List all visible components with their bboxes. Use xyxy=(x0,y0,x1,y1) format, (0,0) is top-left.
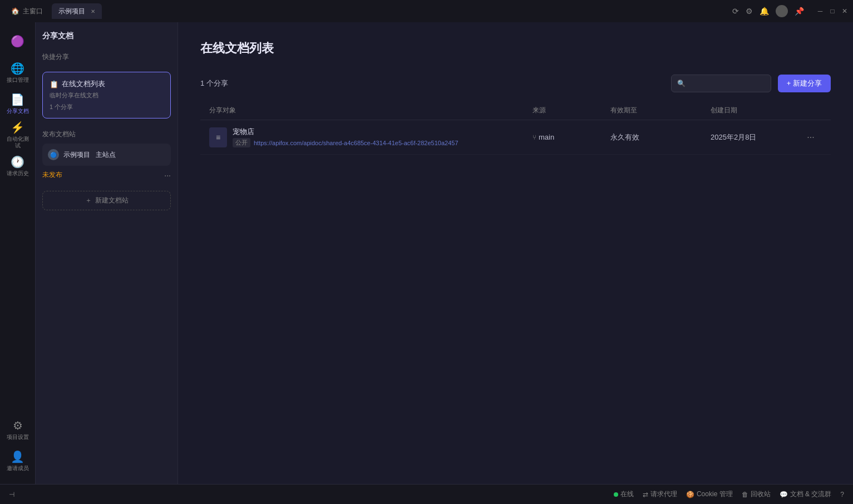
invite-label: 邀请成员 xyxy=(7,465,29,472)
recycle-label: 回收站 xyxy=(751,490,771,499)
share-icon: 📄 xyxy=(11,93,24,106)
icon-sidebar: 🟣 🌐 接口管理 📄 分享文档 ⚡ 自动化测试 🕐 请求历史 ⚙ 项目设置 👤 … xyxy=(0,22,36,484)
main-layout: 🟣 🌐 接口管理 📄 分享文档 ⚡ 自动化测试 🕐 请求历史 ⚙ 项目设置 👤 … xyxy=(0,22,853,484)
proxy-label: 请求代理 xyxy=(650,490,677,499)
doc-file-icon: ≡ xyxy=(209,127,227,147)
doc-list-icon: 📋 xyxy=(50,80,58,88)
proxy-icon: ⇄ xyxy=(643,491,648,498)
new-share-button[interactable]: + 新建分享 xyxy=(778,75,831,92)
doc-site-item[interactable]: 🔵 示例项目 主站点 xyxy=(42,144,171,166)
cookie-label: Cookie 管理 xyxy=(697,490,733,499)
toolbar-row: 1 个分享 🔍 + 新建分享 xyxy=(200,75,831,92)
active-tab[interactable]: 示例项目 ✕ xyxy=(52,3,102,19)
share-count: 1 个分享 xyxy=(200,78,664,88)
row-more-icon: ··· xyxy=(807,132,814,142)
sidebar-item-invite[interactable]: 👤 邀请成员 xyxy=(4,446,31,475)
settings-icon[interactable]: ⚙ xyxy=(746,7,753,16)
sidebar-section-title: 分享文档 xyxy=(42,31,171,41)
sidebar-item-test[interactable]: ⚡ 自动化测试 xyxy=(4,120,31,149)
notification-icon[interactable]: 🔔 xyxy=(760,7,769,16)
home-tab-label: 主窗口 xyxy=(23,7,43,16)
sidebar-app-logo[interactable]: 🟣 xyxy=(4,27,31,56)
window-controls: ─ □ ✕ xyxy=(816,0,849,22)
unpublished-bar: 未发布 ··· xyxy=(42,168,171,182)
share-target-cell: ≡ 宠物店 公开 https://apifox.com/apidoc/share… xyxy=(209,127,532,147)
refresh-icon[interactable]: ⟳ xyxy=(732,7,739,16)
test-label: 自动化测试 xyxy=(4,136,31,149)
unpublished-label: 未发布 xyxy=(42,170,161,180)
help-button[interactable]: ? xyxy=(840,491,844,498)
branch-icon: ⑂ xyxy=(532,134,536,141)
online-dot xyxy=(614,492,618,497)
new-site-label: 新建文档站 xyxy=(95,196,129,205)
status-bar: ⊣ 在线 ⇄ 请求代理 🍪 Cookie 管理 🗑 回收站 💬 文档 & 交流群… xyxy=(0,484,853,504)
app-logo-icon: 🟣 xyxy=(11,34,24,48)
content-area: 在线文档列表 1 个分享 🔍 + 新建分享 分享对象 来源 有效期至 创建日期 xyxy=(178,22,853,484)
online-status[interactable]: 在线 xyxy=(614,490,634,499)
new-site-button[interactable]: ＋ 新建文档站 xyxy=(42,191,171,210)
doc-site-icon: 🔵 xyxy=(48,149,59,160)
more-options-button[interactable]: ··· xyxy=(164,171,171,180)
collapse-icon: ⊣ xyxy=(9,491,14,498)
share-url-row: 公开 https://apifox.com/apidoc/shared-a4c6… xyxy=(233,138,458,147)
status-right: 在线 ⇄ 请求代理 🍪 Cookie 管理 🗑 回收站 💬 文档 & 交流群 ? xyxy=(614,490,844,499)
community-status[interactable]: 💬 文档 & 交流群 xyxy=(780,490,832,499)
online-docs-card[interactable]: 📋 在线文档列表 临时分享在线文档 1 个分享 xyxy=(42,72,171,118)
col-created: 创建日期 xyxy=(711,106,800,115)
share-url[interactable]: https://apifox.com/apidoc/shared-a4c685c… xyxy=(254,140,458,146)
sidebar-item-settings[interactable]: ⚙ 项目设置 xyxy=(4,415,31,444)
sidebar-item-interface[interactable]: 🌐 接口管理 xyxy=(4,58,31,87)
source-cell: ⑂ main xyxy=(532,133,610,141)
pin-icon[interactable]: 📌 xyxy=(795,7,804,16)
titlebar: 🏠 主窗口 示例项目 ✕ ⟳ ⚙ 🔔 📌 ─ □ ✕ xyxy=(0,0,853,22)
close-button[interactable]: ✕ xyxy=(841,7,849,15)
maximize-button[interactable]: □ xyxy=(829,7,836,15)
publish-section-label: 发布文档站 xyxy=(42,130,171,139)
online-label: 在线 xyxy=(620,490,634,499)
public-badge: 公开 xyxy=(233,138,250,147)
date-cell: 2025年2月8日 xyxy=(711,132,800,142)
settings-sidebar-icon: ⚙ xyxy=(13,419,23,432)
avatar[interactable] xyxy=(776,5,788,17)
secondary-sidebar: 分享文档 快捷分享 📋 在线文档列表 临时分享在线文档 1 个分享 发布文档站 … xyxy=(36,22,178,484)
sidebar-item-share[interactable]: 📄 分享文档 xyxy=(4,89,31,118)
collapse-button[interactable]: ⊣ xyxy=(9,491,14,498)
proxy-status[interactable]: ⇄ 请求代理 xyxy=(643,490,677,499)
tab-close-icon[interactable]: ✕ xyxy=(91,8,95,14)
quick-share-label: 快捷分享 xyxy=(42,52,171,62)
history-icon: 🕐 xyxy=(11,155,24,169)
share-label: 分享文档 xyxy=(7,108,29,115)
community-icon: 💬 xyxy=(780,491,788,498)
recycle-icon: 🗑 xyxy=(742,491,748,498)
expire-cell: 永久有效 xyxy=(610,132,711,142)
doc-site-project: 示例项目 主站点 xyxy=(63,150,165,160)
main-content: 在线文档列表 1 个分享 🔍 + 新建分享 分享对象 来源 有效期至 创建日期 xyxy=(178,22,853,484)
col-expire: 有效期至 xyxy=(610,106,711,115)
active-tab-label: 示例项目 xyxy=(58,7,85,16)
doc-site-info: 示例项目 主站点 xyxy=(63,150,165,160)
cookie-status[interactable]: 🍪 Cookie 管理 xyxy=(686,490,733,499)
minimize-button[interactable]: ─ xyxy=(816,7,824,15)
table-header: 分享对象 来源 有效期至 创建日期 xyxy=(200,101,831,120)
row-actions-button[interactable]: ··· xyxy=(800,132,822,142)
source-branch: main xyxy=(539,133,554,141)
plus-icon: ＋ xyxy=(85,196,92,205)
home-icon: 🏠 xyxy=(11,7,19,15)
invite-icon: 👤 xyxy=(11,450,24,463)
online-docs-card-title: 📋 在线文档列表 xyxy=(50,79,164,89)
home-tab[interactable]: 🏠 主窗口 xyxy=(4,3,50,19)
online-docs-card-desc: 临时分享在线文档 xyxy=(50,91,164,100)
page-title: 在线文档列表 xyxy=(200,40,831,57)
titlebar-tabs: 🏠 主窗口 示例项目 ✕ xyxy=(4,3,730,19)
share-name: 宠物店 xyxy=(233,127,458,137)
sidebar-bottom: ⚙ 项目设置 👤 邀请成员 xyxy=(4,415,31,480)
search-icon: 🔍 xyxy=(677,80,686,87)
online-docs-card-badge: 1 个分享 xyxy=(50,103,164,111)
recycle-status[interactable]: 🗑 回收站 xyxy=(742,490,771,499)
col-actions xyxy=(800,106,822,115)
col-share-target: 分享对象 xyxy=(209,106,532,115)
help-icon: ? xyxy=(840,491,844,498)
settings-label: 项目设置 xyxy=(7,434,29,441)
search-box[interactable]: 🔍 xyxy=(671,75,771,92)
sidebar-item-history[interactable]: 🕐 请求历史 xyxy=(4,151,31,180)
